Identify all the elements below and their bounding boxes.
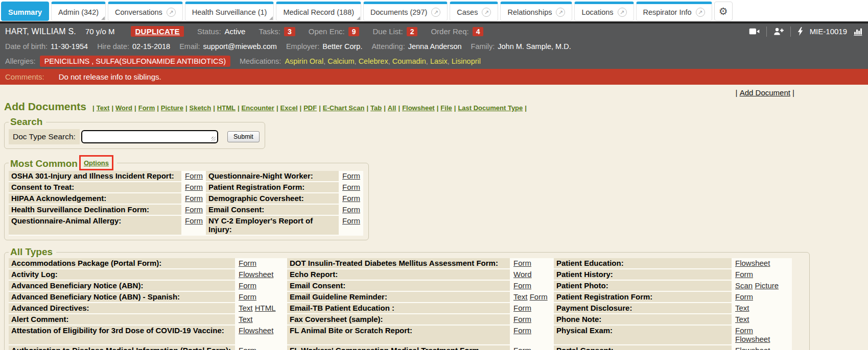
- doc-link-form[interactable]: Form: [735, 270, 753, 279]
- doc-link-html[interactable]: HTML: [255, 304, 276, 312]
- doc-link-form[interactable]: Form: [513, 326, 531, 335]
- quick-link-flowsheet[interactable]: Flowsheet: [402, 104, 435, 112]
- tab-documents-297[interactable]: Documents (297): [363, 2, 448, 21]
- quick-link-e-chart-scan[interactable]: E-Chart Scan: [323, 104, 365, 112]
- doc-link-form[interactable]: Form: [185, 171, 203, 180]
- doc-link-scan[interactable]: Scan: [735, 281, 753, 290]
- medication-link-coumadin[interactable]: Coumadin: [392, 57, 426, 65]
- order-req-count-badge[interactable]: 4: [473, 27, 484, 36]
- submit-button[interactable]: Submit: [227, 131, 260, 142]
- doc-link-form[interactable]: Form: [239, 292, 256, 301]
- options-link[interactable]: Options: [84, 159, 109, 167]
- doc-link-form[interactable]: Form: [513, 304, 531, 312]
- doc-link-text[interactable]: Text: [735, 315, 749, 323]
- lightning-icon[interactable]: [797, 27, 803, 36]
- quick-link-picture[interactable]: Picture: [161, 104, 183, 112]
- doc-type-links: Form: [733, 292, 792, 303]
- popout-icon[interactable]: [167, 8, 176, 17]
- medication-link-lasix[interactable]: Lasix: [430, 57, 448, 65]
- doc-link-text[interactable]: Text: [735, 304, 749, 312]
- doc-link-form[interactable]: Form: [185, 183, 203, 191]
- tasks-count-badge[interactable]: 3: [284, 27, 295, 36]
- tab-locations[interactable]: Locations: [574, 2, 634, 21]
- quick-link-tab[interactable]: Tab: [370, 104, 382, 112]
- quick-link-word[interactable]: Word: [115, 104, 132, 112]
- medication-link-celebrex[interactable]: Celebrex: [359, 57, 388, 65]
- doc-link-form[interactable]: Form: [342, 183, 360, 191]
- add-document-link[interactable]: Add Document: [740, 88, 790, 97]
- dob-value: 11-30-1954: [51, 42, 88, 51]
- tab-conversations[interactable]: Conversations: [108, 2, 183, 21]
- popout-icon[interactable]: [482, 8, 491, 17]
- tab-admin-342[interactable]: Admin (342): [51, 2, 106, 21]
- doc-link-text[interactable]: Text: [239, 315, 253, 323]
- quick-link-encounter[interactable]: Encounter: [242, 104, 274, 112]
- doc-link-word[interactable]: Word: [513, 270, 532, 279]
- doc-link-form[interactable]: Form: [342, 205, 360, 214]
- doc-link-picture[interactable]: Picture: [755, 281, 779, 290]
- doc-link-form[interactable]: Form: [239, 281, 256, 290]
- doc-type-links: Form: [340, 193, 363, 205]
- quick-link-html[interactable]: HTML: [217, 104, 236, 112]
- doc-link-form[interactable]: Form: [185, 216, 203, 225]
- quick-link-pdf[interactable]: PDF: [303, 104, 317, 112]
- add-person-icon[interactable]: [773, 28, 784, 35]
- settings-button[interactable]: [714, 2, 733, 21]
- quick-link-text[interactable]: Text: [97, 104, 110, 112]
- tab-summary[interactable]: Summary: [1, 2, 49, 21]
- quick-link-file[interactable]: File: [440, 104, 452, 112]
- tab-health-surveillance-1[interactable]: Health Surveillance (1): [185, 2, 274, 21]
- tab-label: Medical Record (188): [283, 8, 354, 16]
- quick-link-all[interactable]: All: [388, 104, 396, 112]
- due-list-count-badge[interactable]: 2: [407, 27, 418, 36]
- allergy-badge[interactable]: PENICILLINS , SULFA(SULFONAMIDE ANTIBIOT…: [40, 56, 230, 67]
- doc-link-flowsheet[interactable]: Flowsheet: [239, 326, 273, 335]
- popout-icon[interactable]: [618, 8, 627, 17]
- doc-link-flowsheet[interactable]: Flowsheet: [239, 270, 273, 279]
- medication-link-lisinopril[interactable]: Lisinopril: [452, 57, 481, 65]
- resize-grip-icon[interactable]: [212, 137, 216, 141]
- doc-link-text[interactable]: Text: [513, 292, 528, 301]
- tab-medical-record-188[interactable]: Medical Record (188): [276, 2, 361, 21]
- quick-link-form[interactable]: Form: [138, 104, 155, 112]
- video-camera-icon[interactable]: [749, 28, 760, 35]
- medication-link-aspirin-oral[interactable]: Aspirin Oral: [285, 57, 323, 65]
- doc-link-form[interactable]: Form: [239, 346, 256, 350]
- separator: |: [185, 104, 187, 112]
- popout-icon[interactable]: [696, 8, 705, 17]
- doc-link-form[interactable]: Form: [735, 326, 753, 335]
- doc-type-links: Form Flowsheet: [733, 326, 792, 345]
- medication-link-calcium[interactable]: Calcium: [327, 57, 354, 65]
- doc-link-form[interactable]: Form: [513, 281, 531, 290]
- attending-pair: Attending: Jenna Anderson: [371, 42, 461, 51]
- popout-icon[interactable]: [556, 8, 565, 17]
- doc-link-flowsheet[interactable]: Flowsheet: [735, 259, 770, 267]
- doc-type-search-input[interactable]: [81, 130, 218, 143]
- doc-link-flowsheet[interactable]: Flowsheet: [735, 346, 770, 350]
- doc-link-form[interactable]: Form: [530, 292, 548, 301]
- tab-respirator-info[interactable]: Respirator Info: [636, 2, 712, 21]
- duplicate-badge[interactable]: DUPLICATE: [131, 26, 183, 37]
- doc-link-form[interactable]: Form: [513, 346, 531, 350]
- tab-cases[interactable]: Cases: [450, 2, 498, 21]
- tab-relationships[interactable]: Relationships: [500, 2, 572, 21]
- doc-link-flowsheet[interactable]: Flowsheet: [735, 335, 770, 343]
- doc-link-form[interactable]: Form: [239, 259, 256, 267]
- quick-link-sketch[interactable]: Sketch: [190, 104, 212, 112]
- bar-chart-icon[interactable]: [854, 28, 863, 36]
- quick-link-excel[interactable]: Excel: [280, 104, 298, 112]
- doc-link-form[interactable]: Form: [342, 216, 360, 225]
- quick-link-last-document-type[interactable]: Last Document Type: [458, 104, 523, 112]
- doc-link-form[interactable]: Form: [185, 194, 203, 203]
- doc-link-form[interactable]: Form: [735, 292, 753, 301]
- doc-link-form[interactable]: Form: [513, 315, 531, 323]
- popout-icon[interactable]: [431, 8, 440, 17]
- doc-link-form[interactable]: Form: [342, 171, 360, 180]
- medications-list: Aspirin Oral, Calcium, Celebrex, Coumadi…: [285, 57, 481, 65]
- doc-link-text[interactable]: Text: [239, 304, 253, 312]
- doc-link-form[interactable]: Form: [185, 205, 203, 214]
- open-enc-count-badge[interactable]: 9: [348, 27, 360, 36]
- doc-link-form[interactable]: Form: [513, 259, 531, 267]
- doc-type-row: Advanced Beneficiary Notice (ABN) - Span…: [9, 292, 792, 303]
- doc-link-form[interactable]: Form: [342, 194, 360, 203]
